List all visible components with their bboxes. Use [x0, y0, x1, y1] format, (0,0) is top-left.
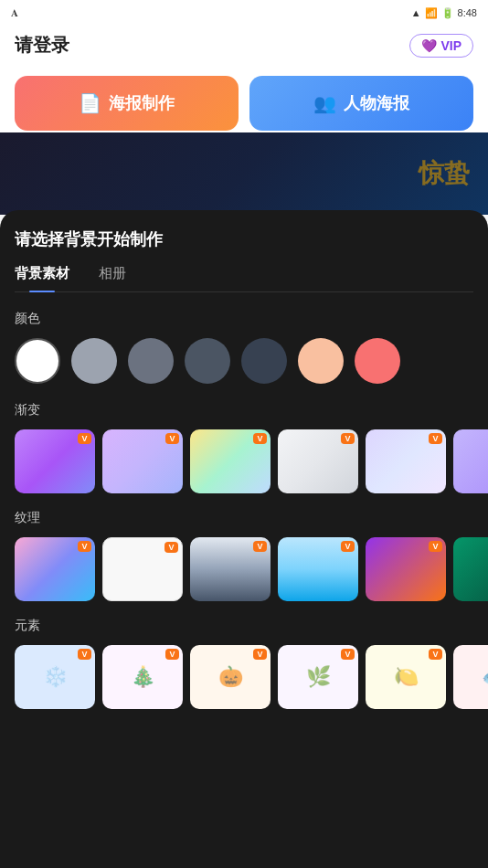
texture-section-label: 纹理 — [15, 510, 473, 526]
wifi-icon: ▲ — [411, 7, 421, 18]
element-emoji-6: 🐟 — [453, 645, 488, 709]
status-icons: ▲ 📶 🔋 8:48 — [411, 7, 477, 19]
sheet-title: 请选择背景开始制作 — [15, 228, 473, 250]
element-section-label: 元素 — [15, 618, 473, 634]
vip-tag-2: V — [165, 433, 179, 444]
poster-preview-text: 惊蛰 — [419, 156, 470, 191]
color-gray3[interactable] — [185, 338, 230, 384]
vip-tag-elem-2: V — [165, 649, 179, 660]
app-header: 请登录 💜 VIP — [0, 26, 488, 65]
element-item-6[interactable]: 🐟 V — [453, 645, 488, 709]
app-indicator: 𝐀 — [11, 7, 18, 19]
gradient-item-4[interactable]: V — [278, 429, 358, 493]
battery-icon: 🔋 — [441, 7, 454, 19]
texture-item-2[interactable]: V — [102, 537, 183, 601]
texture-item-1[interactable]: V — [15, 537, 95, 601]
vip-tag-tex-4: V — [341, 541, 355, 552]
bottom-sheet: 请选择背景开始制作 背景素材 相册 颜色 渐变 V V V V — [0, 210, 488, 868]
texture-item-5[interactable]: V — [366, 537, 446, 601]
element-row: ❄️ V 🎄 V 🎃 V 🌿 V 🍋 V 🐟 V — [15, 645, 473, 709]
gradient-item-1[interactable]: V — [15, 429, 95, 493]
color-gray2[interactable] — [128, 338, 174, 384]
gradient-item-3[interactable]: V — [190, 429, 271, 493]
login-text[interactable]: 请登录 — [15, 33, 69, 58]
vip-tag-elem-1: V — [78, 649, 91, 660]
vip-tag-4: V — [341, 433, 355, 444]
vip-tag-tex-2: V — [164, 542, 178, 553]
person-poster-label: 人物海报 — [344, 92, 409, 114]
vip-tag-tex-3: V — [253, 541, 267, 552]
sheet-tabs: 背景素材 相册 — [15, 265, 473, 292]
vip-heart-icon: 💜 — [421, 38, 437, 53]
sheet-tab-background[interactable]: 背景素材 — [15, 265, 69, 291]
person-poster-button[interactable]: 👥 人物海报 — [249, 76, 473, 131]
bg-preview: 惊蛰 — [0, 132, 488, 215]
poster-label: 海报制作 — [109, 92, 175, 114]
vip-tag-elem-5: V — [429, 649, 442, 660]
vip-tag-elem-3: V — [253, 649, 267, 660]
signal-icon: 📶 — [425, 7, 438, 19]
gradient-item-6[interactable]: V — [453, 429, 488, 493]
vip-tag-elem-4: V — [341, 649, 355, 660]
texture-item-3[interactable]: V — [190, 537, 271, 601]
texture-item-4[interactable]: V — [278, 537, 358, 601]
texture-row: V V V V V V — [15, 537, 473, 601]
color-pink[interactable] — [355, 338, 400, 384]
color-gray1[interactable] — [71, 338, 117, 384]
element-item-4[interactable]: 🌿 V — [278, 645, 358, 709]
vip-tag-tex-1: V — [78, 541, 91, 552]
element-item-1[interactable]: ❄️ V — [15, 645, 95, 709]
texture-item-6[interactable]: V — [453, 537, 488, 601]
poster-icon: 📄 — [79, 92, 101, 114]
poster-button[interactable]: 📄 海报制作 — [15, 76, 239, 131]
vip-tag-1: V — [78, 433, 91, 444]
gradient-section-label: 渐变 — [15, 402, 473, 418]
color-white[interactable] — [15, 338, 60, 384]
color-row — [15, 338, 473, 384]
vip-tag-tex-5: V — [429, 541, 442, 552]
person-poster-icon: 👥 — [313, 92, 336, 114]
gradient-item-5[interactable]: V — [366, 429, 446, 493]
element-item-2[interactable]: 🎄 V — [102, 645, 183, 709]
sheet-tab-album[interactable]: 相册 — [99, 265, 126, 291]
vip-tag-5: V — [429, 433, 442, 444]
vip-tag-3: V — [253, 433, 267, 444]
status-bar: 𝐀 ▲ 📶 🔋 8:48 — [0, 0, 488, 26]
gradient-item-2[interactable]: V — [102, 429, 183, 493]
time: 8:48 — [458, 7, 477, 18]
color-peach[interactable] — [298, 338, 344, 384]
color-gray4[interactable] — [241, 338, 287, 384]
element-item-5[interactable]: 🍋 V — [366, 645, 446, 709]
gradient-row: V V V V V V — [15, 429, 473, 493]
color-section-label: 颜色 — [15, 311, 473, 327]
vip-label: VIP — [440, 38, 461, 53]
vip-badge[interactable]: 💜 VIP — [409, 34, 473, 58]
element-item-3[interactable]: 🎃 V — [190, 645, 271, 709]
